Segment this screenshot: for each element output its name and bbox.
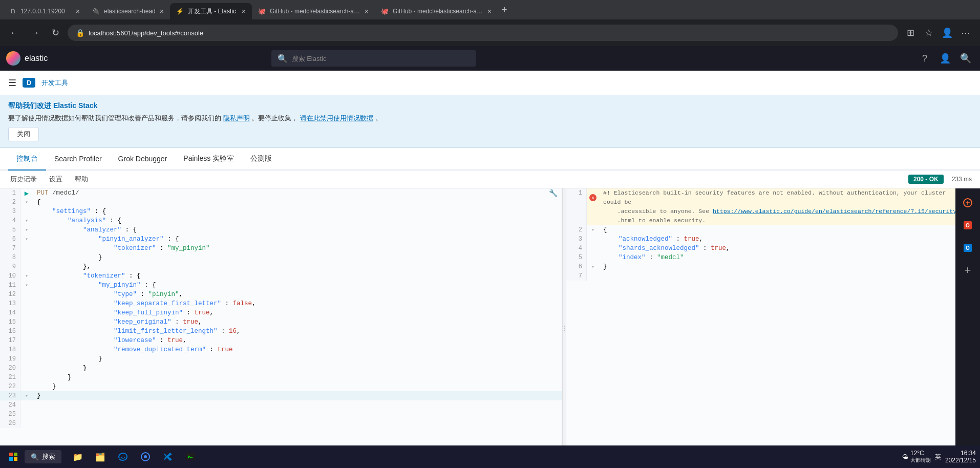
taskbar-clock[interactable]: 16:34 2022/12/15 bbox=[945, 450, 976, 464]
tab-close-1[interactable]: × bbox=[76, 7, 80, 15]
line-content-22: } bbox=[33, 382, 562, 391]
line-gutter-11[interactable]: ▾ bbox=[20, 281, 33, 290]
line-content-15: "keep_original" : true, bbox=[33, 317, 562, 327]
code-line-20: 20 } bbox=[0, 364, 562, 373]
taskbar-app-folder[interactable]: 🗂️ bbox=[90, 446, 111, 467]
line-gutter-19 bbox=[20, 354, 33, 364]
search-icon: 🔍 bbox=[278, 54, 288, 63]
tab-close-4[interactable]: × bbox=[365, 7, 369, 15]
fold-10[interactable]: ▾ bbox=[25, 273, 28, 279]
fold-23[interactable]: ▾ bbox=[25, 393, 28, 399]
kibana-search-button[interactable]: 🔍 bbox=[957, 50, 974, 67]
new-tab-button[interactable]: + bbox=[498, 5, 512, 15]
fold-2[interactable]: ▾ bbox=[25, 199, 28, 205]
taskbar-search[interactable]: 🔍 搜索 bbox=[25, 450, 61, 463]
line-content-1: PUT /medcl/ bbox=[33, 188, 549, 198]
fold-5[interactable]: ▾ bbox=[25, 227, 28, 233]
wrench-icon[interactable]: 🔧 bbox=[549, 189, 558, 198]
browser-tab-3[interactable]: ⚡ 开发工具 - Elastic × bbox=[170, 3, 252, 19]
profile-button[interactable]: 👤 bbox=[939, 25, 955, 41]
tab-painless[interactable]: Painless 实验室 bbox=[175, 148, 242, 171]
tab-console[interactable]: 控制台 bbox=[8, 148, 46, 171]
line-content-19: } bbox=[33, 354, 562, 364]
line-gutter-10[interactable]: ▾ bbox=[20, 271, 33, 281]
tab-close-5[interactable]: × bbox=[487, 7, 492, 15]
privacy-policy-link[interactable]: 隐私声明 bbox=[223, 114, 250, 122]
line-gutter-1[interactable]: ▶ bbox=[20, 188, 33, 198]
fold-11[interactable]: ▾ bbox=[25, 282, 28, 288]
taskbar-app-vscode[interactable] bbox=[158, 446, 178, 467]
address-bar[interactable]: 🔒 localhost:5601/app/dev_tools#/console bbox=[68, 25, 898, 41]
back-button[interactable]: ← bbox=[6, 25, 23, 41]
line-gutter-4[interactable]: ▾ bbox=[20, 216, 33, 225]
help-button[interactable]: 帮助 bbox=[73, 174, 90, 185]
user-icon-button[interactable]: 👤 bbox=[937, 50, 953, 67]
resp-fold-6[interactable]: ▾ bbox=[591, 264, 594, 270]
resp-gutter-1c bbox=[587, 216, 599, 225]
settings-button[interactable]: 设置 bbox=[47, 174, 65, 185]
extensions-button[interactable]: ⊞ bbox=[902, 25, 919, 41]
code-line-11: 11 ▾ "my_pinyin" : { bbox=[0, 281, 562, 290]
resp-gutter-5 bbox=[587, 253, 599, 262]
weather-icon: 🌤 bbox=[902, 453, 908, 460]
resp-content-warning-2: .accessible to anyone. See https://www.e… bbox=[599, 207, 955, 216]
tab-grok-debugger[interactable]: Grok Debugger bbox=[110, 148, 176, 170]
breadcrumb-user-badge: D bbox=[23, 78, 35, 88]
sidebar-icon-elastic[interactable] bbox=[957, 193, 978, 213]
taskbar-app-edge[interactable] bbox=[113, 446, 133, 467]
line-gutter-23[interactable]: ▾ bbox=[20, 391, 33, 400]
taskbar-app-terminal[interactable] bbox=[180, 446, 201, 467]
line-num-4: 4 bbox=[0, 216, 20, 225]
fold-4[interactable]: ▾ bbox=[25, 218, 28, 224]
tab-title-1: 127.0.0.1:19200 bbox=[20, 8, 72, 15]
more-button[interactable]: ⋯ bbox=[957, 25, 974, 41]
tab-favicon-2: 🔌 bbox=[92, 8, 100, 15]
resp-gutter-6[interactable]: ▾ bbox=[587, 262, 599, 271]
tab-grok-debugger-label: Grok Debugger bbox=[118, 155, 167, 163]
forward-button[interactable]: → bbox=[27, 25, 43, 41]
weather-widget[interactable]: 🌤 12°C 大部晴朗 bbox=[902, 450, 931, 464]
browser-tab-2[interactable]: 🔌 elasticsearch-head × bbox=[86, 3, 170, 19]
svg-rect-5 bbox=[9, 453, 13, 456]
tab-close-2[interactable]: × bbox=[160, 7, 164, 15]
app-wrapper: elastic 🔍 ? 👤 🔍 ☰ D 开发工具 帮助我们改进 Elastic … bbox=[0, 46, 980, 468]
start-button[interactable] bbox=[4, 448, 23, 466]
sidebar-icon-office[interactable]: O bbox=[957, 215, 978, 236]
tab-beta[interactable]: 公测版 bbox=[242, 148, 280, 171]
help-icon-button[interactable]: ? bbox=[917, 50, 933, 67]
line-gutter-5[interactable]: ▾ bbox=[20, 225, 33, 235]
fold-6[interactable]: ▾ bbox=[25, 236, 28, 242]
taskbar-app-chrome[interactable] bbox=[135, 446, 156, 467]
resp-gutter-7 bbox=[587, 271, 599, 281]
history-button[interactable]: 历史记录 bbox=[8, 174, 39, 185]
browser-tab-4[interactable]: 🐙 GitHub - medcl/elasticsearch-an... × bbox=[252, 3, 375, 19]
kibana-search-input[interactable] bbox=[292, 55, 470, 62]
tab-search-profiler[interactable]: Search Profiler bbox=[46, 148, 110, 170]
taskbar-search-icon: 🔍 bbox=[31, 453, 39, 461]
banner-close-button[interactable]: 关闭 bbox=[8, 127, 39, 141]
line-content-11: "my_pinyin" : { bbox=[33, 281, 562, 290]
sidebar-icon-add[interactable]: + bbox=[957, 260, 978, 281]
editor-divider[interactable] bbox=[562, 188, 566, 468]
line-num-1: 1 bbox=[0, 188, 20, 198]
kibana-search-bar[interactable]: 🔍 bbox=[271, 50, 476, 67]
main-content: elastic 🔍 ? 👤 🔍 ☰ D 开发工具 帮助我们改进 Elastic … bbox=[0, 46, 980, 468]
editor-pane-left[interactable]: 1 ▶ PUT /medcl/ 🔧 2 ▾ { 3 bbox=[0, 188, 562, 468]
hamburger-menu-button[interactable]: ☰ bbox=[8, 77, 16, 89]
browser-tab-1[interactable]: 🗋 127.0.0.1:19200 × bbox=[4, 3, 86, 19]
sidebar-icon-outlook[interactable]: O bbox=[957, 238, 978, 258]
resp-fold-2[interactable]: ▾ bbox=[591, 227, 594, 233]
taskbar-app-files[interactable]: 📁 bbox=[68, 446, 88, 467]
resp-gutter-2[interactable]: ▾ bbox=[587, 225, 599, 235]
line-num-5: 5 bbox=[0, 225, 20, 235]
reload-button[interactable]: ↻ bbox=[47, 25, 63, 41]
response-line-warning-1: 1 ✕ #! Elasticsearch built-in security f… bbox=[566, 188, 955, 207]
run-button[interactable]: ▶ bbox=[25, 189, 29, 198]
disable-usage-link[interactable]: 请在此禁用使用情况数据 bbox=[300, 114, 373, 122]
browser-tab-5[interactable]: 🐙 GitHub - medcl/elasticsearch-an... × bbox=[375, 3, 498, 19]
line-gutter-2[interactable]: ▾ bbox=[20, 198, 33, 207]
line-gutter-6[interactable]: ▾ bbox=[20, 235, 33, 244]
line-content-17: "lowercase" : true, bbox=[33, 336, 562, 345]
favorites-button[interactable]: ☆ bbox=[921, 25, 937, 41]
tab-close-3[interactable]: × bbox=[242, 7, 246, 15]
